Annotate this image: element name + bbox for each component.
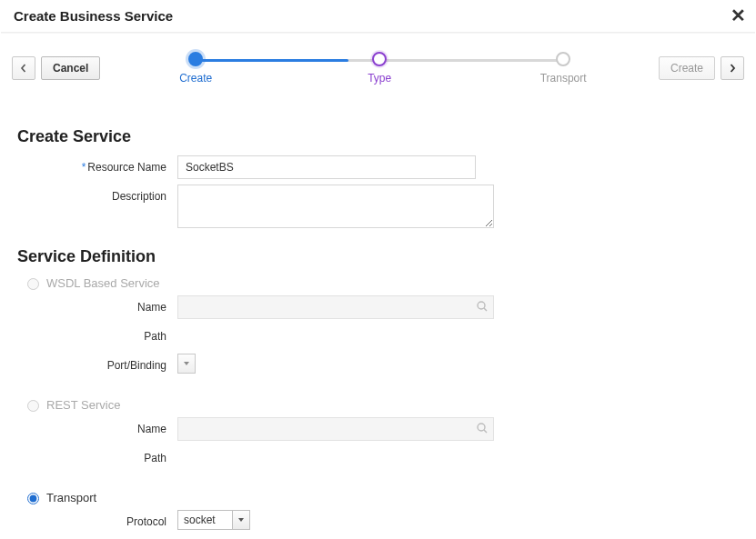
radio-transport-input[interactable]: [27, 493, 39, 504]
create-business-service-dialog: Create Business Service ✕ Cancel Create …: [0, 0, 756, 539]
radio-wsdl-label: WSDL Based Service: [46, 276, 160, 290]
caret-down-icon: [237, 516, 245, 524]
step-label: Create: [179, 72, 212, 85]
wizard-stepper: Create Type Transport: [100, 45, 659, 91]
step-transport: Transport: [536, 52, 590, 85]
wsdl-name-label: Name: [17, 295, 177, 319]
caret-down-icon: [183, 360, 190, 367]
dialog-title: Create Business Service: [14, 8, 173, 24]
protocol-dropdown-button[interactable]: [232, 510, 250, 530]
create-button: Create: [659, 56, 715, 80]
step-label: Type: [368, 72, 391, 85]
radio-rest-label: REST Service: [46, 398, 120, 412]
radio-wsdl: WSDL Based Service: [23, 275, 739, 290]
svg-point-0: [478, 302, 485, 309]
back-button[interactable]: [12, 56, 35, 80]
chevron-left-icon: [19, 64, 28, 73]
rest-name-label: Name: [17, 417, 177, 441]
chevron-right-icon: [728, 64, 737, 73]
description-label: Description: [17, 185, 177, 205]
step-dot-future-icon: [556, 52, 570, 66]
radio-wsdl-input: [27, 278, 39, 290]
resource-name-input[interactable]: [177, 155, 476, 179]
titlebar: Create Business Service ✕: [1, 1, 755, 32]
step-type[interactable]: Type: [352, 52, 407, 85]
svg-line-1: [484, 308, 487, 311]
rest-name-input: [177, 417, 494, 441]
resource-name-label: *Resource Name: [17, 155, 177, 179]
cancel-button[interactable]: Cancel: [41, 56, 100, 80]
close-icon[interactable]: ✕: [731, 6, 746, 25]
rest-path-label: Path: [17, 446, 177, 470]
wsdl-name-input: [177, 295, 494, 319]
radio-rest-input: [27, 400, 39, 412]
divider: [1, 32, 755, 33]
svg-line-3: [484, 430, 487, 433]
wsdl-path-label: Path: [17, 324, 177, 348]
protocol-value: socket: [177, 510, 232, 530]
portbinding-dropdown: [177, 354, 196, 374]
wizard-nav: Cancel Create Type Transport: [1, 42, 755, 91]
radio-transport-label: Transport: [46, 491, 96, 504]
section-heading-create-service: Create Service: [17, 127, 739, 146]
protocol-label: Protocol: [17, 510, 177, 534]
step-label: Transport: [540, 72, 587, 85]
description-textarea[interactable]: [177, 185, 494, 228]
search-icon: [476, 422, 489, 437]
step-dot-current-icon: [372, 52, 387, 66]
protocol-select[interactable]: socket: [177, 510, 250, 530]
search-icon: [476, 300, 489, 315]
svg-point-2: [478, 424, 485, 431]
wsdl-portbinding-label: Port/Binding: [17, 354, 177, 377]
radio-transport[interactable]: Transport: [23, 490, 739, 504]
step-create[interactable]: Create: [168, 52, 223, 85]
next-button[interactable]: [721, 56, 744, 80]
step-dot-done-icon: [188, 52, 203, 66]
radio-rest: REST Service: [23, 397, 739, 412]
section-heading-service-definition: Service Definition: [17, 247, 739, 266]
